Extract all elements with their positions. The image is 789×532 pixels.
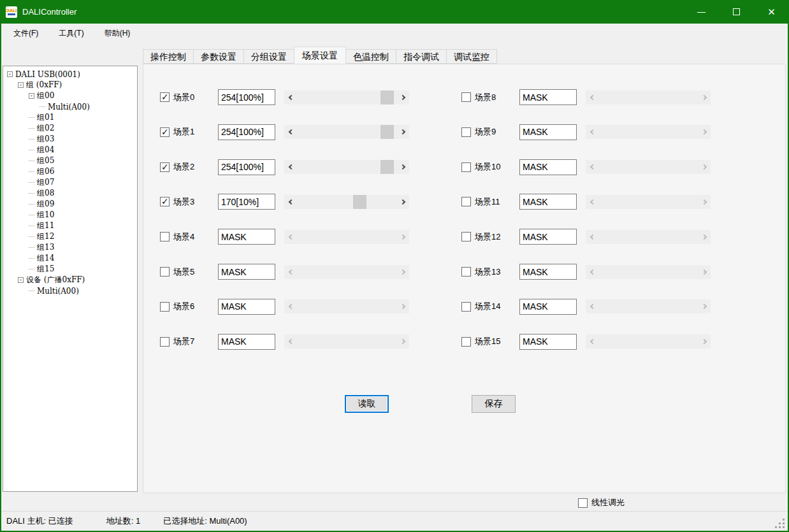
tab[interactable]: 参数设置 — [193, 49, 244, 64]
tree-item[interactable]: 组13 — [3, 242, 137, 253]
scrollbar-right-arrow[interactable] — [699, 334, 711, 349]
scrollbar-track[interactable] — [598, 160, 699, 174]
scrollbar-track[interactable] — [296, 195, 397, 209]
tab[interactable]: 操作控制 — [143, 49, 194, 64]
scrollbar-left-arrow[interactable] — [586, 125, 598, 139]
tree-item[interactable]: - 组00 — [3, 90, 137, 101]
scrollbar-left-arrow[interactable] — [284, 195, 296, 209]
scene-checkbox[interactable] — [160, 302, 170, 312]
scrollbar-track[interactable] — [296, 230, 397, 244]
tab[interactable]: 色温控制 — [345, 49, 396, 64]
scrollbar-track[interactable] — [598, 90, 699, 104]
tree-collapse-icon[interactable]: - — [29, 93, 34, 99]
menu-item[interactable]: 工具(T) — [52, 25, 90, 42]
read-button[interactable]: 读取 — [345, 395, 389, 413]
scrollbar-right-arrow[interactable] — [699, 195, 711, 209]
scene-value-input[interactable] — [218, 334, 275, 350]
title-bar[interactable]: DALI DALIController — ✕ — [0, 0, 789, 24]
scene-scrollbar[interactable] — [586, 299, 711, 313]
scene-checkbox[interactable] — [160, 232, 170, 241]
scene-scrollbar[interactable] — [586, 230, 711, 244]
scrollbar-right-arrow[interactable] — [699, 299, 711, 313]
scene-scrollbar[interactable] — [284, 265, 409, 279]
scrollbar-left-arrow[interactable] — [284, 299, 296, 313]
scrollbar-left-arrow[interactable] — [586, 160, 598, 174]
save-button[interactable]: 保存 — [472, 395, 516, 413]
scene-scrollbar[interactable] — [284, 299, 409, 313]
scene-checkbox[interactable] — [461, 162, 471, 172]
scene-checkbox[interactable] — [160, 162, 170, 172]
scrollbar-right-arrow[interactable] — [397, 265, 409, 279]
scene-value-input[interactable] — [218, 194, 275, 210]
scene-scrollbar[interactable] — [586, 334, 711, 349]
scrollbar-right-arrow[interactable] — [699, 265, 711, 279]
menu-item[interactable]: 帮助(H) — [98, 25, 138, 42]
scene-scrollbar[interactable] — [586, 160, 711, 174]
scene-value-input[interactable] — [519, 299, 577, 315]
scene-checkbox[interactable] — [461, 197, 471, 206]
scrollbar-thumb[interactable] — [380, 160, 394, 174]
scene-value-input[interactable] — [519, 159, 577, 175]
scene-scrollbar[interactable] — [284, 230, 409, 244]
scrollbar-left-arrow[interactable] — [284, 90, 296, 104]
scrollbar-track[interactable] — [296, 265, 397, 279]
scrollbar-left-arrow[interactable] — [284, 265, 296, 279]
scrollbar-left-arrow[interactable] — [586, 334, 598, 349]
scrollbar-right-arrow[interactable] — [397, 125, 409, 139]
scrollbar-right-arrow[interactable] — [397, 90, 409, 104]
scrollbar-track[interactable] — [598, 125, 699, 139]
scene-scrollbar[interactable] — [586, 125, 711, 139]
tree-item[interactable]: - 组 (0xFF) — [3, 80, 137, 90]
scrollbar-left-arrow[interactable] — [586, 195, 598, 209]
scene-scrollbar[interactable] — [284, 90, 409, 104]
tree-item[interactable]: 组10 — [3, 210, 137, 220]
tab[interactable]: 分组设置 — [243, 49, 294, 64]
tree-item[interactable]: 组12 — [3, 231, 137, 242]
scene-scrollbar[interactable] — [284, 195, 409, 209]
tree-item[interactable]: 组03 — [3, 134, 137, 145]
device-tree-panel[interactable]: - DALI USB(0001) - 组 (0xFF) - 组00 Multi(… — [3, 66, 138, 492]
tree-item[interactable]: 组14 — [3, 253, 137, 264]
scene-checkbox[interactable] — [160, 337, 170, 347]
scene-value-input[interactable] — [218, 159, 275, 175]
scrollbar-track[interactable] — [598, 334, 699, 349]
maximize-button[interactable] — [719, 0, 754, 24]
resize-grip[interactable] — [774, 518, 785, 528]
scrollbar-right-arrow[interactable] — [397, 299, 409, 313]
scrollbar-right-arrow[interactable] — [699, 90, 711, 104]
scrollbar-thumb[interactable] — [380, 90, 394, 104]
scene-value-input[interactable] — [519, 264, 577, 280]
scene-scrollbar[interactable] — [586, 90, 711, 104]
scene-value-input[interactable] — [519, 124, 577, 140]
tree-collapse-icon[interactable]: - — [18, 277, 24, 283]
scrollbar-track[interactable] — [296, 125, 397, 139]
tree-item[interactable]: 组11 — [3, 220, 137, 231]
tree-item[interactable]: 组08 — [3, 188, 137, 199]
scene-checkbox[interactable] — [461, 92, 471, 102]
scrollbar-right-arrow[interactable] — [397, 334, 409, 349]
scene-value-input[interactable] — [519, 89, 577, 105]
tree-item[interactable]: Multi(A00) — [3, 101, 137, 112]
scrollbar-right-arrow[interactable] — [699, 125, 711, 139]
scrollbar-track[interactable] — [598, 265, 699, 279]
tab[interactable]: 指令调试 — [396, 49, 447, 64]
tree-item[interactable]: 组09 — [3, 199, 137, 210]
scrollbar-left-arrow[interactable] — [284, 230, 296, 244]
scrollbar-track[interactable] — [296, 334, 397, 349]
scrollbar-left-arrow[interactable] — [284, 160, 296, 174]
tree-collapse-icon[interactable]: - — [7, 71, 13, 77]
close-button[interactable]: ✕ — [754, 0, 789, 24]
scrollbar-left-arrow[interactable] — [586, 230, 598, 244]
scene-scrollbar[interactable] — [284, 160, 409, 174]
scrollbar-right-arrow[interactable] — [699, 160, 711, 174]
scrollbar-right-arrow[interactable] — [699, 230, 711, 244]
scene-scrollbar[interactable] — [284, 125, 409, 139]
tree-item[interactable]: 组07 — [3, 177, 137, 188]
tree-item[interactable]: 组15 — [3, 264, 137, 275]
scene-checkbox[interactable] — [461, 267, 471, 277]
tree-item[interactable]: 组06 — [3, 166, 137, 177]
scene-checkbox[interactable] — [461, 232, 471, 241]
scrollbar-left-arrow[interactable] — [284, 125, 296, 139]
scrollbar-track[interactable] — [598, 299, 699, 313]
scene-checkbox[interactable] — [160, 92, 170, 102]
